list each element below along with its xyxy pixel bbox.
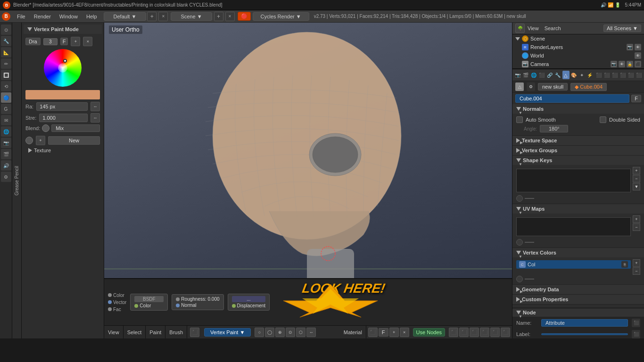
- sk-dot1[interactable]: [516, 195, 523, 202]
- mode-btn-3[interactable]: ⊕: [275, 328, 285, 337]
- toolbar-icon-12[interactable]: 🔊: [1, 160, 11, 171]
- add-btn[interactable]: +: [71, 37, 80, 46]
- use-nodes-btn[interactable]: Use Nodes: [413, 328, 445, 337]
- toolbar-icon-9[interactable]: 🌐: [1, 126, 11, 137]
- mat-btn-plus[interactable]: +: [389, 328, 399, 337]
- node-label-field[interactable]: [541, 333, 628, 335]
- prop-icon-data[interactable]: △: [562, 71, 570, 79]
- sk-extra-btn[interactable]: ▼: [633, 183, 640, 190]
- prop-icon-material[interactable]: 🎨: [570, 71, 578, 79]
- new-button[interactable]: New: [48, 136, 100, 145]
- outliner-world[interactable]: 🌐 World 👁: [512, 51, 644, 60]
- vc-header[interactable]: ▼ Vertex Colors: [512, 248, 644, 257]
- prop-icon-world[interactable]: 🌐: [530, 71, 537, 79]
- toolbar-icon-1[interactable]: 🔧: [1, 36, 11, 46]
- prop-icon-scene[interactable]: 🎬: [522, 71, 529, 79]
- cp-header[interactable]: ▶ Custom Properties: [512, 295, 644, 304]
- angle-value[interactable]: 180°: [540, 125, 568, 132]
- close-scene-btn[interactable]: ×: [225, 12, 235, 21]
- paint-section[interactable]: Paint: [146, 326, 165, 338]
- prop-icon-extra5[interactable]: ⬛: [627, 71, 634, 79]
- mode-btn-5[interactable]: ⬡: [296, 328, 305, 337]
- double-sided-checkbox[interactable]: [600, 116, 606, 123]
- select-section[interactable]: Select: [124, 326, 146, 338]
- toolbar-icon-2[interactable]: 📐: [1, 47, 11, 58]
- toolbar-icon-6[interactable]: 🔵: [1, 92, 11, 103]
- prop-icon-extra1[interactable]: ⬛: [595, 71, 602, 79]
- toolbar-icon-5[interactable]: ⟲: [1, 81, 11, 91]
- f-selector[interactable]: F: [631, 95, 641, 102]
- mat-btn-1[interactable]: ⬛: [368, 328, 378, 337]
- workspace-selector[interactable]: Default ▼: [104, 12, 147, 21]
- prop-icon-physics[interactable]: ⚡: [586, 71, 593, 79]
- sk-header[interactable]: ▼ Shape Keys: [512, 156, 644, 165]
- rb-2[interactable]: ⬛: [459, 328, 469, 337]
- mode-icon-1[interactable]: ⬛: [190, 328, 199, 337]
- toolbar-icon-11[interactable]: 🎬: [1, 149, 11, 159]
- cam-icon3[interactable]: 🔒: [627, 61, 633, 67]
- normals-header[interactable]: ▼ Normals: [512, 104, 644, 114]
- view-btn[interactable]: View: [525, 25, 542, 31]
- mat-btn-close[interactable]: ×: [400, 328, 409, 337]
- search-btn[interactable]: Search: [542, 25, 564, 31]
- close-workspace-btn[interactable]: ×: [158, 12, 168, 21]
- outliner-icon[interactable]: 🌳: [515, 24, 525, 33]
- rb-3[interactable]: ⬛: [470, 328, 479, 337]
- menu-window[interactable]: Window: [56, 13, 82, 20]
- prop-icon-object[interactable]: ⬛: [538, 71, 545, 79]
- texture-space-header[interactable]: ▶ Texture Space: [512, 136, 644, 145]
- cam-icon2[interactable]: 👁: [619, 61, 625, 67]
- w-eye-icon[interactable]: 👁: [635, 52, 641, 59]
- close-btn[interactable]: ×: [83, 37, 92, 46]
- uv-add-btn[interactable]: +: [633, 215, 640, 223]
- new-add-btn[interactable]: +: [36, 136, 45, 145]
- prop-icon-extra6[interactable]: ⬛: [635, 71, 642, 79]
- prop-icon-render[interactable]: 📷: [514, 71, 521, 79]
- prop-icon-modifiers[interactable]: 🔧: [554, 71, 561, 79]
- rb-4[interactable]: ⬛: [480, 328, 489, 337]
- material-node[interactable]: BSDF Color: [130, 294, 168, 311]
- vc-copy-btn[interactable]: ⎘: [621, 261, 628, 268]
- mesh-name-field[interactable]: ◆ Cube.004: [570, 83, 607, 91]
- color-wheel[interactable]: [44, 49, 82, 87]
- radius-adjust-btn[interactable]: ↔: [91, 102, 100, 111]
- mode-btn-6[interactable]: ↔: [306, 328, 316, 337]
- rb-1[interactable]: ⬛: [449, 328, 458, 337]
- vg-header[interactable]: ▶ Vertex Groups: [512, 146, 644, 155]
- camera-icon[interactable]: 📷: [627, 44, 633, 50]
- toolbar-icon-7[interactable]: G: [1, 104, 11, 114]
- f-mat-btn[interactable]: F: [379, 328, 388, 337]
- menu-help[interactable]: Help: [83, 13, 101, 20]
- vc-add-btn[interactable]: +: [633, 259, 640, 267]
- mode-btn-4[interactable]: ⊙: [286, 328, 295, 337]
- toolbar-icon-0[interactable]: ⊙: [1, 25, 11, 35]
- prop-icon-particles[interactable]: ✦: [578, 71, 586, 79]
- object-name-field[interactable]: new skull: [538, 83, 568, 90]
- gd-header[interactable]: ▶ Geometry Data: [512, 285, 644, 294]
- add-scene-btn[interactable]: +: [214, 12, 223, 21]
- brush-section[interactable]: Brush: [165, 326, 187, 338]
- toolbar-icon-4[interactable]: 🔳: [1, 70, 11, 80]
- f-btn[interactable]: F: [60, 38, 68, 45]
- toolbar-icon-10[interactable]: 📷: [1, 138, 11, 148]
- add-workspace-btn[interactable]: +: [147, 12, 157, 21]
- menu-file[interactable]: File: [13, 13, 29, 20]
- node-label-icon[interactable]: ⬛: [632, 330, 640, 338]
- toolbar-icon-13[interactable]: ⚙: [1, 172, 11, 182]
- color-swatch[interactable]: [25, 90, 100, 99]
- radius-value[interactable]: 145 px: [36, 102, 88, 111]
- uv-header[interactable]: ▼ UV Maps: [512, 204, 644, 214]
- outliner-renderlayers[interactable]: R RenderLayers 📷 👁: [512, 43, 644, 51]
- uv-dot1[interactable]: [516, 239, 523, 246]
- node-icon-btn[interactable]: ⬛: [632, 319, 640, 327]
- mode-btn-1[interactable]: ○: [255, 328, 264, 337]
- vc-col-item[interactable]: C Col ⎘: [516, 260, 631, 269]
- roughness-node[interactable]: Roughness: 0.000 Normal: [172, 294, 223, 310]
- view-section[interactable]: View: [104, 326, 124, 338]
- cam-icon4[interactable]: ⬛: [635, 61, 641, 67]
- rb-6[interactable]: ⬛: [501, 328, 510, 337]
- outliner-scene[interactable]: ⬡ Scene: [512, 34, 644, 43]
- node-name-field[interactable]: Attribute: [541, 319, 628, 327]
- blend-mode-selector[interactable]: Mix: [51, 124, 100, 132]
- auto-smooth-checkbox[interactable]: [516, 116, 523, 123]
